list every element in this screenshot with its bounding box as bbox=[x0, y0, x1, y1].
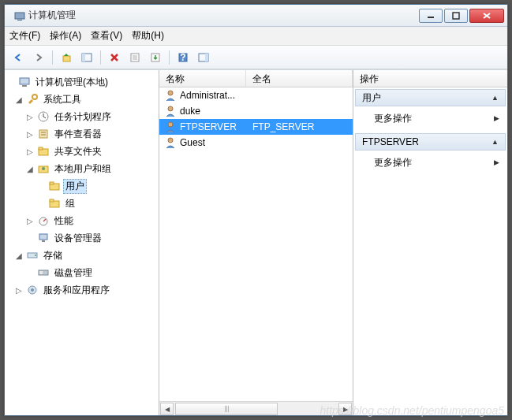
list-body[interactable]: Administrat...dukeFTPSERVERFTP_SERVERGue… bbox=[159, 87, 353, 401]
menu-file[interactable]: 文件(F) bbox=[9, 29, 40, 43]
svg-point-47 bbox=[168, 138, 173, 143]
actions-section-header[interactable]: FTPSERVER▲ bbox=[355, 133, 506, 151]
svg-rect-19 bbox=[205, 54, 208, 61]
tree-performance[interactable]: ▷性能 bbox=[6, 212, 157, 229]
users-folder-icon bbox=[37, 162, 50, 175]
svg-rect-41 bbox=[39, 271, 43, 274]
user-icon bbox=[164, 121, 177, 133]
computer-management-window: 计算机管理 文件(F) 操作(A) 查看(V) 帮助(H) ? bbox=[4, 4, 508, 416]
action-label: 更多操作 bbox=[374, 156, 412, 169]
collapse-icon: ▲ bbox=[491, 138, 499, 146]
event-icon bbox=[37, 128, 50, 140]
menu-help[interactable]: 帮助(H) bbox=[132, 29, 164, 43]
svg-point-45 bbox=[168, 106, 173, 111]
expand-icon[interactable]: ▷ bbox=[25, 147, 35, 156]
export-button[interactable] bbox=[147, 49, 164, 66]
svg-rect-0 bbox=[15, 13, 24, 19]
action-pane-button[interactable] bbox=[195, 49, 212, 66]
back-button[interactable] bbox=[9, 49, 27, 66]
tree-storage[interactable]: ◢存储 bbox=[6, 247, 157, 264]
toolbar: ? bbox=[5, 46, 507, 69]
svg-rect-32 bbox=[50, 182, 54, 184]
submenu-icon: ▶ bbox=[494, 114, 499, 122]
scroll-right-button[interactable]: ▶ bbox=[338, 403, 352, 415]
expand-icon[interactable]: ▷ bbox=[25, 217, 35, 225]
svg-rect-28 bbox=[39, 147, 43, 150]
toolbar-separator bbox=[52, 50, 53, 65]
submenu-icon: ▶ bbox=[494, 158, 499, 166]
svg-rect-21 bbox=[22, 85, 27, 87]
user-icon bbox=[164, 136, 177, 149]
forward-button[interactable] bbox=[30, 49, 47, 66]
tree-shared-folders[interactable]: ▷共享文件夹 bbox=[6, 143, 157, 160]
row-name: Guest bbox=[180, 137, 205, 148]
tree-local-users-groups[interactable]: ◢本地用户和组 bbox=[6, 160, 157, 177]
menu-action[interactable]: 操作(A) bbox=[50, 29, 81, 43]
titlebar: 计算机管理 bbox=[5, 5, 507, 27]
folder-icon bbox=[48, 180, 61, 192]
tree-device-manager[interactable]: 设备管理器 bbox=[6, 229, 157, 247]
minimize-button[interactable] bbox=[419, 9, 443, 23]
svg-text:?: ? bbox=[180, 52, 185, 63]
list-row[interactable]: FTPSERVERFTP_SERVER bbox=[159, 119, 353, 135]
list-row[interactable]: duke bbox=[159, 103, 353, 119]
folder-icon bbox=[48, 197, 61, 210]
delete-button[interactable] bbox=[106, 49, 123, 66]
tree[interactable]: 计算机管理(本地) ◢ 系统工具 ▷任务计划程序 bbox=[6, 73, 157, 299]
svg-rect-3 bbox=[453, 13, 459, 19]
expand-icon[interactable]: ▷ bbox=[25, 130, 35, 139]
menubar: 文件(F) 操作(A) 查看(V) 帮助(H) bbox=[5, 27, 507, 46]
svg-rect-1 bbox=[17, 20, 22, 20]
tree-root[interactable]: 计算机管理(本地) bbox=[6, 73, 157, 91]
collapse-icon[interactable]: ◢ bbox=[14, 251, 24, 260]
actions-title: 操作 bbox=[353, 70, 507, 87]
col-name[interactable]: 名称 bbox=[159, 70, 246, 87]
toolbar-separator bbox=[169, 50, 170, 65]
expand-icon[interactable]: ▷ bbox=[25, 113, 35, 121]
menu-view[interactable]: 查看(V) bbox=[91, 29, 122, 43]
scroll-left-button[interactable]: ◀ bbox=[160, 403, 174, 415]
tree-task-scheduler[interactable]: ▷任务计划程序 bbox=[6, 108, 157, 125]
actions-item[interactable]: 更多操作▶ bbox=[355, 110, 506, 127]
properties-button[interactable] bbox=[126, 49, 144, 66]
section-title: FTPSERVER bbox=[362, 136, 419, 147]
close-button[interactable] bbox=[469, 9, 504, 23]
collapse-icon[interactable]: ◢ bbox=[25, 165, 35, 173]
expand-icon[interactable]: ▷ bbox=[14, 286, 24, 295]
tree-groups[interactable]: 组 bbox=[6, 195, 157, 212]
show-hide-tree-button[interactable] bbox=[78, 49, 95, 66]
row-name: Administrat... bbox=[180, 90, 235, 101]
collapse-icon[interactable]: ◢ bbox=[14, 95, 24, 104]
actions-section-header[interactable]: 用户▲ bbox=[355, 89, 506, 106]
tree-users[interactable]: 用户 bbox=[6, 177, 157, 195]
user-icon bbox=[164, 89, 177, 102]
svg-rect-37 bbox=[42, 240, 45, 242]
tree-services-apps[interactable]: ▷服务和应用程序 bbox=[6, 281, 157, 299]
svg-point-44 bbox=[168, 91, 173, 95]
maximize-button[interactable] bbox=[444, 9, 468, 23]
tree-disk-management[interactable]: 磁盘管理 bbox=[6, 264, 157, 281]
services-icon bbox=[26, 284, 39, 296]
svg-point-46 bbox=[168, 122, 173, 127]
list-pane: 名称 全名 Administrat...dukeFTPSERVERFTP_SER… bbox=[159, 70, 353, 415]
list-row[interactable]: Administrat... bbox=[159, 87, 353, 103]
help-button[interactable]: ? bbox=[174, 49, 192, 66]
computer-icon bbox=[18, 76, 31, 88]
horizontal-scrollbar[interactable]: ◀ ▶ bbox=[159, 401, 353, 415]
clock-icon bbox=[37, 110, 50, 123]
col-fullname[interactable]: 全名 bbox=[246, 70, 353, 87]
scroll-thumb[interactable] bbox=[175, 403, 278, 415]
actions-pane: 操作 用户▲更多操作▶FTPSERVER▲更多操作▶ bbox=[353, 70, 507, 415]
list-row[interactable]: Guest bbox=[159, 135, 353, 151]
svg-rect-36 bbox=[39, 234, 47, 240]
disk-icon bbox=[37, 266, 50, 279]
actions-item[interactable]: 更多操作▶ bbox=[355, 154, 506, 171]
svg-rect-34 bbox=[50, 199, 54, 202]
up-button[interactable] bbox=[58, 49, 75, 66]
storage-icon bbox=[26, 249, 39, 262]
tree-system-tools[interactable]: ◢ 系统工具 bbox=[6, 91, 157, 108]
app-icon bbox=[13, 9, 26, 22]
user-icon bbox=[164, 105, 177, 117]
svg-rect-20 bbox=[20, 78, 29, 84]
tree-event-viewer[interactable]: ▷事件查看器 bbox=[6, 125, 157, 143]
